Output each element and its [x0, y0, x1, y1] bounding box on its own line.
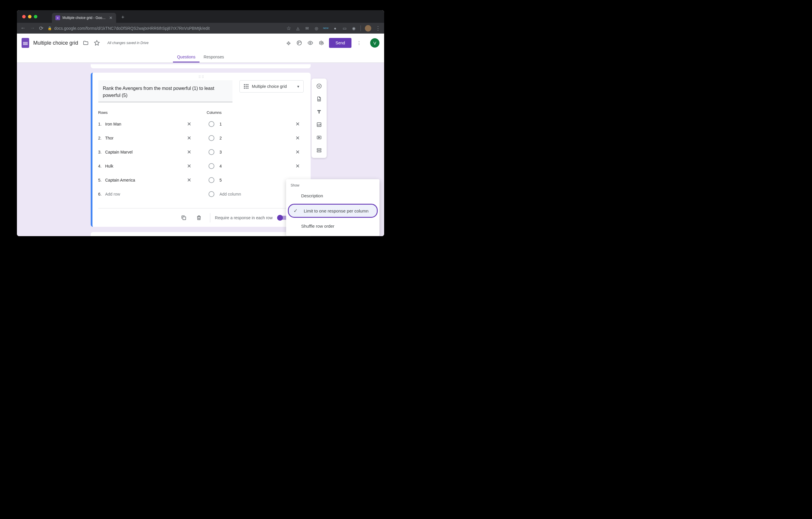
question-card[interactable]: ⠿⠿ Rank the Avengers from the most power… — [91, 73, 311, 227]
ext-icon[interactable]: NEW — [323, 26, 328, 31]
minimize-window[interactable] — [28, 15, 31, 18]
preview-icon[interactable] — [307, 39, 314, 47]
check-icon: ✓ — [293, 208, 304, 214]
bookmark-star-icon[interactable]: ☆ — [286, 25, 291, 31]
columns-header: Columns — [207, 110, 303, 115]
form-canvas: ⠿⠿ Rank the Avengers from the most power… — [17, 63, 384, 236]
radio-icon — [208, 163, 214, 169]
import-questions-icon[interactable] — [314, 94, 324, 104]
row-option[interactable]: 2.Thor✕ — [98, 131, 195, 145]
radio-icon — [208, 135, 214, 141]
rows-column: 1.Iron Man✕ 2.Thor✕ 3.Captain Marvel✕ 4.… — [98, 117, 195, 201]
save-status: All changes saved in Drive — [107, 41, 148, 45]
radio-icon — [208, 149, 214, 155]
remove-column-icon[interactable]: ✕ — [292, 149, 303, 155]
svg-point-4 — [310, 42, 311, 44]
ext-icon[interactable]: ▭ — [342, 26, 347, 31]
remove-row-icon[interactable]: ✕ — [183, 163, 195, 169]
next-card[interactable]: Image title — [91, 232, 311, 236]
card-footer: Require a response in each row ⋮ — [98, 208, 303, 227]
row-option[interactable]: 3.Captain Marvel✕ — [98, 145, 195, 159]
ext-icon[interactable]: ● — [332, 26, 338, 31]
svg-point-1 — [298, 42, 299, 43]
url-field[interactable]: 🔒 docs.google.com/forms/d/1kTNC7doDfSRQS… — [48, 26, 282, 31]
column-option[interactable]: 2✕ — [207, 131, 303, 145]
popup-section-label: Show — [286, 182, 379, 189]
palette-icon[interactable] — [296, 39, 303, 47]
require-label: Require a response in each row — [215, 215, 273, 220]
new-tab-button[interactable]: + — [121, 14, 124, 21]
forms-favicon: ≡ — [55, 16, 60, 20]
send-button[interactable]: Send — [329, 38, 351, 48]
delete-icon[interactable] — [193, 211, 205, 224]
star-icon[interactable] — [93, 39, 100, 47]
add-title-icon[interactable] — [314, 107, 324, 117]
popup-shuffle-rows[interactable]: Shuffle row order — [286, 219, 379, 233]
add-row[interactable]: 6.Add row — [98, 187, 195, 201]
ext-icon[interactable]: ◎ — [314, 26, 319, 31]
grid-icon — [244, 84, 249, 89]
column-option[interactable]: 3✕ — [207, 145, 303, 159]
tab-responses[interactable]: Responses — [200, 52, 228, 62]
addons-icon[interactable] — [285, 39, 292, 47]
remove-column-icon[interactable]: ✕ — [292, 135, 303, 141]
remove-row-icon[interactable]: ✕ — [183, 149, 195, 155]
svg-rect-6 — [182, 217, 185, 219]
drag-handle-icon[interactable]: ⠿⠿ — [198, 75, 205, 79]
svg-point-5 — [321, 42, 322, 44]
maximize-window[interactable] — [34, 15, 37, 18]
forms-header: Multiple choice grid All changes saved i… — [17, 33, 384, 52]
radio-icon — [208, 191, 214, 197]
forward-button[interactable]: → — [30, 25, 35, 31]
settings-icon[interactable] — [318, 39, 325, 47]
user-avatar[interactable]: V — [370, 38, 379, 48]
lock-icon: 🔒 — [48, 26, 52, 30]
side-toolbar — [312, 79, 327, 158]
remove-row-icon[interactable]: ✕ — [183, 135, 195, 141]
row-option[interactable]: 5.Captain America✕ — [98, 173, 195, 187]
prev-card-edge — [91, 64, 311, 68]
forms-logo-icon[interactable] — [22, 38, 29, 48]
popup-limit-per-column[interactable]: ✓Limit to one response per column — [288, 204, 378, 218]
back-button[interactable]: ← — [21, 25, 26, 31]
question-type-label: Multiple choice grid — [252, 84, 287, 89]
popup-description[interactable]: Description — [286, 189, 379, 202]
remove-column-icon[interactable]: ✕ — [292, 121, 303, 127]
browser-tab[interactable]: ≡ Multiple choice grid - Google Fo ✕ — [52, 13, 116, 23]
remove-row-icon[interactable]: ✕ — [183, 177, 195, 183]
column-option[interactable]: 4✕ — [207, 159, 303, 173]
svg-rect-11 — [317, 151, 321, 152]
remove-row-icon[interactable]: ✕ — [183, 121, 195, 127]
chevron-down-icon: ▾ — [297, 84, 299, 89]
question-type-select[interactable]: Multiple choice grid ▾ — [239, 80, 303, 92]
duplicate-icon[interactable] — [177, 211, 190, 224]
svg-point-0 — [297, 41, 301, 45]
url-text: docs.google.com/forms/d/1kTNC7doDfSRQS2w… — [54, 26, 210, 31]
ext-icon[interactable]: ✉ — [304, 26, 310, 31]
more-icon[interactable]: ⋮ — [355, 39, 362, 47]
add-image-icon[interactable] — [314, 119, 324, 130]
form-title[interactable]: Multiple choice grid — [33, 40, 78, 46]
close-tab-icon[interactable]: ✕ — [109, 16, 113, 20]
column-option[interactable]: 1✕ — [207, 117, 303, 131]
svg-point-3 — [298, 43, 299, 44]
radio-icon — [208, 121, 214, 127]
address-bar: ← → ⟳ 🔒 docs.google.com/forms/d/1kTNC7do… — [17, 23, 384, 33]
close-window[interactable] — [22, 15, 26, 18]
row-option[interactable]: 1.Iron Man✕ — [98, 117, 195, 131]
reload-button[interactable]: ⟳ — [39, 25, 44, 31]
profile-avatar[interactable] — [365, 25, 371, 31]
add-video-icon[interactable] — [314, 132, 324, 143]
options-popup: Show Description ✓Limit to one response … — [286, 179, 379, 236]
browser-menu-icon[interactable]: ⋮ — [375, 25, 381, 31]
ext-icon[interactable]: ◉ — [351, 26, 356, 31]
add-question-icon[interactable] — [314, 81, 324, 91]
add-section-icon[interactable] — [314, 145, 324, 156]
remove-column-icon[interactable]: ✕ — [292, 163, 303, 169]
row-option[interactable]: 4.Hulk✕ — [98, 159, 195, 173]
question-text-input[interactable]: Rank the Avengers from the most powerful… — [98, 80, 232, 102]
ext-icon[interactable]: ◬ — [295, 26, 300, 31]
radio-icon — [208, 177, 214, 183]
tab-questions[interactable]: Questions — [173, 52, 200, 62]
folder-icon[interactable] — [82, 39, 89, 47]
